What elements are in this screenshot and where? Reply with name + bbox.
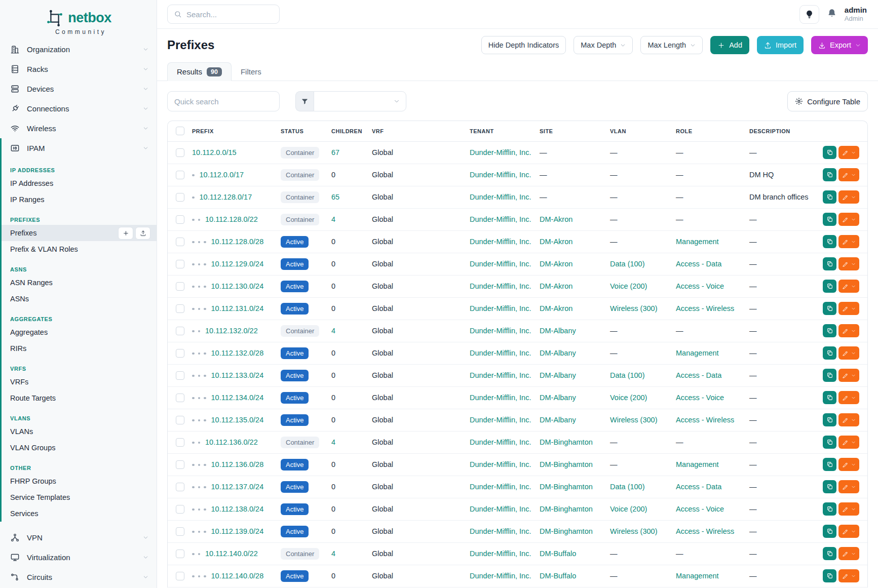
- copy-button[interactable]: [823, 302, 836, 315]
- site-link[interactable]: DM-Akron: [540, 282, 572, 290]
- global-search[interactable]: [167, 5, 280, 24]
- copy-button[interactable]: [823, 369, 836, 382]
- column-header-vlan[interactable]: VLAN: [606, 121, 672, 141]
- vlan-link[interactable]: Voice (200): [610, 394, 647, 402]
- prefix-link[interactable]: 10.112.135.0/24: [211, 416, 264, 424]
- role-link[interactable]: Access - Wireless: [676, 304, 734, 312]
- row-checkbox[interactable]: [176, 304, 184, 313]
- role-link[interactable]: Access - Data: [676, 260, 721, 268]
- site-link[interactable]: DM-Binghamton: [540, 505, 593, 513]
- copy-button[interactable]: [823, 235, 836, 248]
- prefix-link[interactable]: 10.112.139.0/24: [211, 527, 264, 535]
- edit-button[interactable]: [838, 502, 859, 516]
- role-link[interactable]: Management: [676, 349, 719, 357]
- tenant-link[interactable]: Dunder-Mifflin, Inc.: [470, 193, 531, 201]
- sidebar-item-prefix-vlan-roles[interactable]: Prefix & VLAN Roles: [2, 241, 157, 257]
- site-link[interactable]: DM-Albany: [540, 371, 576, 379]
- prefix-link[interactable]: 10.112.140.0/28: [211, 572, 264, 580]
- prefix-link[interactable]: 10.112.0.0/17: [200, 171, 244, 179]
- row-checkbox[interactable]: [176, 527, 184, 536]
- vlan-link[interactable]: Wireless (300): [610, 416, 657, 424]
- copy-button[interactable]: [823, 280, 836, 293]
- copy-button[interactable]: [823, 413, 836, 426]
- site-link[interactable]: DM-Akron: [540, 215, 572, 223]
- edit-button[interactable]: [838, 213, 859, 226]
- prefix-link[interactable]: 10.112.132.0/28: [211, 349, 264, 357]
- edit-button[interactable]: [838, 235, 859, 248]
- sidebar-item-connections[interactable]: Connections: [0, 99, 157, 119]
- copy-button[interactable]: [823, 502, 836, 516]
- row-checkbox[interactable]: [176, 215, 184, 224]
- copy-button[interactable]: [823, 547, 836, 560]
- row-checkbox[interactable]: [176, 460, 184, 469]
- tenant-link[interactable]: Dunder-Mifflin, Inc.: [470, 550, 531, 558]
- row-checkbox[interactable]: [176, 371, 184, 380]
- copy-button[interactable]: [823, 190, 836, 204]
- tenant-link[interactable]: Dunder-Mifflin, Inc.: [470, 460, 531, 468]
- column-header-tenant[interactable]: TENANT: [466, 121, 536, 141]
- column-header-description[interactable]: DESCRIPTION: [745, 121, 811, 141]
- role-link[interactable]: Management: [676, 460, 719, 468]
- hide-depth-indicators-button[interactable]: Hide Depth Indicators: [481, 36, 566, 54]
- import-button[interactable]: Import: [757, 36, 804, 54]
- search-input[interactable]: [186, 10, 273, 19]
- sidebar-item-organization[interactable]: Organization: [0, 40, 157, 59]
- site-link[interactable]: DM-Albany: [540, 349, 576, 357]
- role-link[interactable]: Access - Wireless: [676, 527, 734, 535]
- tenant-link[interactable]: Dunder-Mifflin, Inc.: [470, 260, 531, 268]
- edit-button[interactable]: [838, 190, 859, 204]
- edit-button[interactable]: [838, 480, 859, 493]
- site-link[interactable]: DM-Akron: [540, 260, 572, 268]
- role-link[interactable]: Access - Wireless: [676, 416, 734, 424]
- copy-button[interactable]: [823, 324, 836, 337]
- vlan-link[interactable]: Wireless (300): [610, 304, 657, 312]
- role-link[interactable]: Access - Voice: [676, 505, 724, 513]
- children-count[interactable]: 67: [331, 148, 339, 156]
- children-count[interactable]: 4: [331, 327, 335, 335]
- column-header-status[interactable]: STATUS: [277, 121, 327, 141]
- quick-import-button[interactable]: [135, 227, 150, 240]
- prefix-link[interactable]: 10.112.138.0/24: [211, 505, 264, 513]
- prefix-link[interactable]: 10.112.128.0/22: [205, 215, 258, 223]
- sidebar-item-racks[interactable]: Racks: [0, 59, 157, 79]
- copy-button[interactable]: [823, 213, 836, 226]
- row-checkbox[interactable]: [176, 193, 184, 202]
- sidebar-item-asns[interactable]: ASNs: [2, 291, 157, 307]
- children-count[interactable]: 4: [331, 215, 335, 223]
- tenant-link[interactable]: Dunder-Mifflin, Inc.: [470, 572, 531, 580]
- tenant-link[interactable]: Dunder-Mifflin, Inc.: [470, 416, 531, 424]
- edit-button[interactable]: [838, 346, 859, 360]
- row-checkbox[interactable]: [176, 438, 184, 447]
- sidebar-item-service-templates[interactable]: Service Templates: [2, 489, 157, 505]
- site-link[interactable]: DM-Binghamton: [540, 438, 593, 446]
- copy-button[interactable]: [823, 346, 836, 360]
- edit-button[interactable]: [838, 525, 859, 538]
- sidebar-item-vlan-groups[interactable]: VLAN Groups: [2, 440, 157, 456]
- prefix-link[interactable]: 10.112.130.0/24: [211, 282, 264, 290]
- sidebar-item-devices[interactable]: Devices: [0, 79, 157, 99]
- tenant-link[interactable]: Dunder-Mifflin, Inc.: [470, 483, 531, 491]
- sidebar-item-circuits[interactable]: Circuits: [0, 567, 157, 587]
- edit-button[interactable]: [838, 369, 859, 382]
- vlan-link[interactable]: Wireless (300): [610, 527, 657, 535]
- row-checkbox[interactable]: [176, 550, 184, 558]
- sidebar-item-services[interactable]: Services: [2, 505, 157, 522]
- role-link[interactable]: Management: [676, 238, 719, 246]
- vlan-link[interactable]: Data (100): [610, 483, 645, 491]
- saved-filter-select[interactable]: [314, 91, 406, 111]
- tab-results[interactable]: Results 90: [167, 62, 232, 81]
- add-button[interactable]: Add: [710, 36, 749, 54]
- select-all-checkbox[interactable]: [176, 127, 184, 135]
- column-header-role[interactable]: ROLE: [672, 121, 745, 141]
- copy-button[interactable]: [823, 436, 836, 449]
- copy-button[interactable]: [823, 525, 836, 538]
- prefix-link[interactable]: 10.112.136.0/22: [205, 438, 258, 446]
- tenant-link[interactable]: Dunder-Mifflin, Inc.: [470, 394, 531, 402]
- edit-button[interactable]: [838, 391, 859, 404]
- edit-button[interactable]: [838, 146, 859, 159]
- user-menu[interactable]: admin Admin: [845, 6, 868, 23]
- role-link[interactable]: Access - Data: [676, 483, 721, 491]
- row-checkbox[interactable]: [176, 260, 184, 268]
- copy-button[interactable]: [823, 458, 836, 471]
- site-link[interactable]: DM-Albany: [540, 394, 576, 402]
